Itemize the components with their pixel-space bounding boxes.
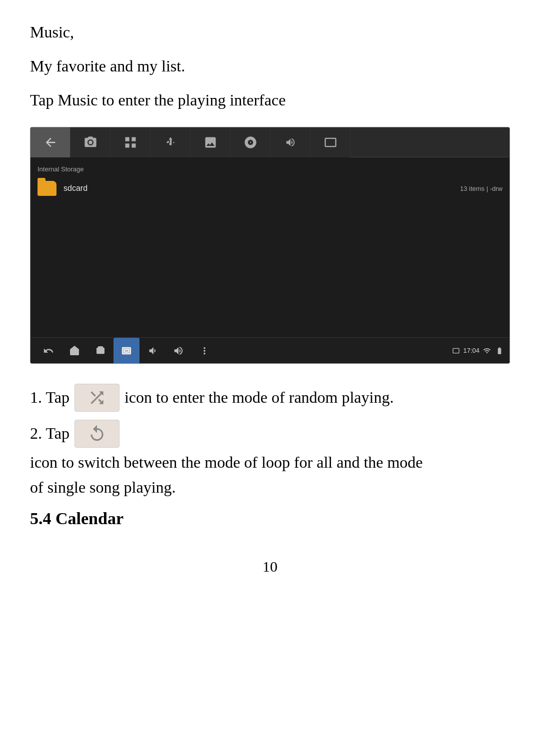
folder-icon	[38, 181, 56, 196]
instruction-2-continuation: of single song playing.	[30, 475, 510, 499]
device-top-bar	[30, 127, 510, 157]
sdcard-name: sdcard	[64, 184, 88, 193]
items-count: 13 items | -drw	[460, 185, 502, 192]
text-tap-music: Tap Music to enter the playing interface	[30, 88, 510, 112]
page-number: 10	[30, 558, 510, 575]
nav-rect-icon[interactable]	[310, 127, 350, 157]
loop-icon-box	[74, 420, 120, 448]
instruction-2-prefix: 2. Tap	[30, 421, 70, 446]
instruction-1-prefix: 1. Tap	[30, 385, 70, 410]
nav-signal-icon[interactable]	[270, 127, 310, 157]
sys-home-btn[interactable]	[62, 338, 88, 364]
status-time: 17:04	[463, 347, 480, 354]
sys-recent-btn[interactable]	[88, 338, 114, 364]
nav-usb-icon[interactable]	[150, 127, 190, 157]
sdcard-row[interactable]: sdcard 13 items | -drw	[30, 176, 510, 201]
sys-vol-down-btn[interactable]	[140, 338, 166, 364]
nav-back-btn[interactable]	[30, 127, 70, 157]
svg-rect-2	[98, 346, 102, 348]
instruction-2-suffix: icon to switch between the mode of loop …	[30, 450, 423, 475]
nav-camera-icon[interactable]	[70, 127, 110, 157]
svg-rect-0	[325, 138, 336, 146]
text-music: Music,	[30, 20, 510, 44]
status-bar-right: 17:04	[452, 347, 504, 355]
instruction-1-text: 1. Tap icon to enter the mode of random …	[30, 384, 510, 412]
instruction-1-suffix: icon to enter the mode of random playing…	[124, 385, 394, 410]
storage-label: Internal Storage	[30, 162, 510, 176]
instruction-2-block: 2. Tap icon to switch between the mode o…	[30, 420, 510, 499]
nav-image-icon[interactable]	[190, 127, 230, 157]
svg-rect-4	[124, 349, 128, 352]
sys-vol-up-btn[interactable]	[166, 338, 192, 364]
device-bottom-bar: 17:04	[30, 337, 510, 363]
instruction-1-block: 1. Tap icon to enter the mode of random …	[30, 384, 510, 412]
sys-screenshot-btn[interactable]	[114, 338, 140, 364]
device-screenshot: Internal Storage sdcard 13 items | -drw	[30, 127, 510, 364]
nav-reel-icon[interactable]	[230, 127, 270, 157]
shuffle-icon-box	[74, 384, 120, 412]
nav-grid-icon[interactable]	[110, 127, 150, 157]
sys-undo-btn[interactable]	[36, 338, 62, 364]
text-favorites: My favorite and my list.	[30, 54, 510, 78]
svg-rect-5	[453, 348, 459, 353]
instruction-2-text: 2. Tap icon to switch between the mode o…	[30, 420, 510, 475]
section-heading: 5.4 Calendar	[30, 509, 510, 528]
file-browser-content: Internal Storage sdcard 13 items | -drw	[30, 157, 510, 337]
sys-more-btn[interactable]	[192, 338, 218, 364]
svg-rect-1	[97, 348, 104, 353]
